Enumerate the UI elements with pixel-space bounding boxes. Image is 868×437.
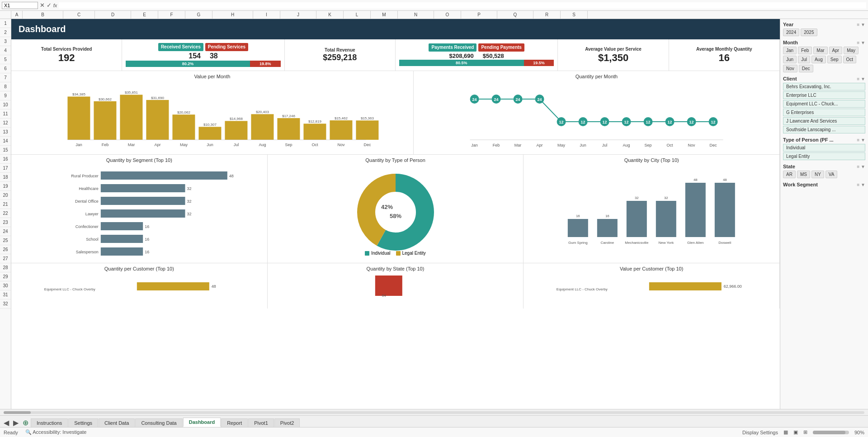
label-city-0: Gum Spring bbox=[568, 241, 588, 245]
label-qpm-Dec: 12 bbox=[711, 120, 715, 124]
value-per-month-svg: $34,385Jan$30,662Feb$35,851Mar$31,690Apr… bbox=[14, 81, 410, 151]
row-num-14: 14 bbox=[0, 137, 11, 146]
pending-label: Pending Services bbox=[205, 43, 248, 51]
list-item-client[interactable]: J Lawncare And Services bbox=[783, 117, 865, 125]
chip-feb[interactable]: Feb bbox=[798, 47, 812, 54]
tab-pivot1[interactable]: Pivot1 bbox=[248, 418, 274, 427]
pay-received-label: Payments Received bbox=[429, 43, 476, 52]
col-header-A[interactable]: A bbox=[11, 11, 23, 19]
list-item-type-person[interactable]: Legal Entity bbox=[783, 152, 865, 160]
sidebar-title-text-type-person: Type of Person (PF ... bbox=[783, 137, 834, 142]
label-seg-1: Healthcare bbox=[79, 186, 99, 191]
col-header-H[interactable]: H bbox=[212, 11, 253, 19]
chip-jun[interactable]: Jun bbox=[783, 56, 797, 63]
filter-icons-year[interactable]: ≡ ▼ bbox=[857, 22, 865, 27]
formula-bar: ✕ ✓ fx bbox=[0, 0, 868, 11]
month-vpm-Sep: Sep bbox=[285, 142, 292, 147]
col-header-C[interactable]: C bbox=[63, 11, 95, 19]
col-header-O[interactable]: O bbox=[434, 11, 461, 19]
chart-qstate-title: Quantity by State (Top 10) bbox=[270, 266, 521, 271]
add-sheet-button[interactable]: ⊕ bbox=[21, 418, 30, 427]
chip-ms[interactable]: MS bbox=[797, 171, 810, 178]
chip-sep[interactable]: Sep bbox=[827, 56, 842, 63]
chip-ny[interactable]: NY bbox=[811, 171, 824, 178]
chip-2024[interactable]: 2024 bbox=[783, 28, 799, 36]
chip-jul[interactable]: Jul bbox=[798, 56, 810, 63]
chip-apr[interactable]: Apr bbox=[829, 47, 843, 54]
col-header-J[interactable]: J bbox=[280, 11, 316, 19]
chip-va[interactable]: VA bbox=[826, 171, 838, 178]
col-header-B[interactable]: B bbox=[23, 11, 63, 19]
bar-vpm-Dec bbox=[356, 120, 378, 140]
filter-icons-type-person[interactable]: ≡ ▼ bbox=[857, 138, 865, 142]
tab-scroll-right[interactable]: ▶ bbox=[11, 418, 20, 427]
month-qpm-Sep: Sep bbox=[644, 143, 651, 147]
display-settings[interactable]: Display Settings bbox=[742, 430, 778, 435]
chip-aug[interactable]: Aug bbox=[811, 56, 826, 63]
label-qpm-Aug: 12 bbox=[624, 120, 628, 124]
tab-pivot2[interactable]: Pivot2 bbox=[274, 418, 300, 427]
view-normal[interactable]: ▦ bbox=[783, 429, 788, 435]
col-header-K[interactable]: K bbox=[316, 11, 344, 19]
tab-client-data[interactable]: Client Data bbox=[99, 418, 135, 427]
col-header-P[interactable]: P bbox=[461, 11, 497, 19]
row-num-25: 25 bbox=[0, 236, 11, 245]
chip-oct[interactable]: Oct bbox=[843, 56, 857, 63]
tab-report[interactable]: Report bbox=[221, 418, 248, 427]
filter-icons-month[interactable]: ≡ ▼ bbox=[857, 40, 865, 45]
formula-input[interactable] bbox=[59, 2, 866, 9]
col-header-N[interactable]: N bbox=[398, 11, 434, 19]
tab-scroll-left[interactable]: ◀ bbox=[2, 418, 11, 427]
col-header-R[interactable]: R bbox=[533, 11, 561, 19]
chip-jan[interactable]: Jan bbox=[783, 47, 797, 54]
label-qpm-Mar: 24 bbox=[515, 97, 520, 102]
col-header-Q[interactable]: Q bbox=[497, 11, 533, 19]
label-seg-4: Confectioner bbox=[75, 224, 99, 229]
list-item-client[interactable]: G Enterprises bbox=[783, 109, 865, 116]
col-header-S[interactable]: S bbox=[561, 11, 588, 19]
col-header-E[interactable]: E bbox=[131, 11, 158, 19]
svg-text:62,966.00: 62,966.00 bbox=[724, 284, 742, 289]
col-header-M[interactable]: M bbox=[371, 11, 398, 19]
col-header-F[interactable]: F bbox=[158, 11, 185, 19]
label-vpm-Feb: $30,662 bbox=[99, 97, 112, 101]
list-item-client[interactable]: Equipment LLC - Chuck... bbox=[783, 100, 865, 108]
chip-ar[interactable]: AR bbox=[783, 171, 796, 178]
list-item-client[interactable]: Southside Lanscaping ... bbox=[783, 126, 865, 133]
tab-consulting-data[interactable]: Consulting Data bbox=[135, 418, 182, 427]
filter-icons-work-segment[interactable]: ≡ ▼ bbox=[857, 182, 865, 187]
row-num-26: 26 bbox=[0, 245, 11, 254]
label-vpm-Jan: $34,385 bbox=[72, 92, 85, 96]
scrollbar-horizontal[interactable] bbox=[0, 409, 868, 415]
view-page[interactable]: ⊞ bbox=[803, 429, 807, 435]
chip-2025[interactable]: 2025 bbox=[801, 28, 817, 36]
chip-may[interactable]: May bbox=[844, 47, 859, 54]
col-header-G[interactable]: G bbox=[185, 11, 212, 19]
name-box[interactable] bbox=[2, 2, 38, 9]
chart-city-title: Quantity by City (Top 10) bbox=[526, 157, 777, 163]
bar-vpm-Feb bbox=[94, 101, 116, 140]
month-qpm-Jan: Jan bbox=[471, 143, 478, 147]
tab-dashboard[interactable]: Dashboard bbox=[183, 418, 221, 427]
svg-text:58%: 58% bbox=[389, 213, 401, 219]
filter-icons-state[interactable]: ≡ ▼ bbox=[857, 164, 865, 169]
col-header-L[interactable]: L bbox=[344, 11, 371, 19]
val-seg-6: 16 bbox=[145, 250, 149, 254]
list-item-type-person[interactable]: Individual bbox=[783, 144, 865, 152]
col-header-I[interactable]: I bbox=[253, 11, 280, 19]
sidebar: Year≡ ▼20242025Month≡ ▼JanFebMarAprMayJu… bbox=[780, 19, 868, 409]
tab-settings[interactable]: Settings bbox=[68, 418, 98, 427]
view-layout[interactable]: ▣ bbox=[793, 429, 798, 435]
list-item-client[interactable]: Behrs Excavating, Inc. bbox=[783, 83, 865, 90]
tab-instructions[interactable]: Instructions bbox=[31, 418, 68, 427]
filter-icons-client[interactable]: ≡ ▼ bbox=[857, 76, 865, 81]
sidebar-section-client: Client≡ ▼Behrs Excavating, Inc.Enterpris… bbox=[783, 76, 865, 133]
bar-received: 80.2% bbox=[126, 61, 250, 67]
list-item-client[interactable]: Enterprise LLC bbox=[783, 91, 865, 99]
zoom-bar[interactable] bbox=[813, 431, 849, 434]
chip-nov[interactable]: Nov bbox=[783, 65, 797, 72]
bar-seg-3 bbox=[101, 209, 185, 218]
chip-dec[interactable]: Dec bbox=[799, 65, 813, 72]
chip-mar[interactable]: Mar bbox=[813, 47, 827, 54]
col-header-D[interactable]: D bbox=[95, 11, 131, 19]
